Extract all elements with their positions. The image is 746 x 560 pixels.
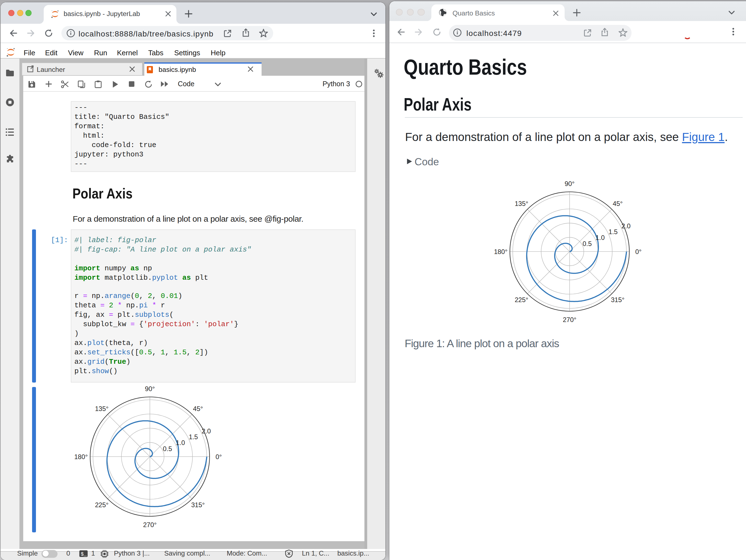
svg-text:1.0: 1.0 [595, 234, 604, 242]
svg-text:1.0: 1.0 [176, 439, 185, 447]
svg-text:1.5: 1.5 [608, 228, 618, 236]
svg-text:135°: 135° [515, 200, 528, 207]
svg-text:270°: 270° [563, 316, 576, 323]
svg-text:45°: 45° [612, 200, 623, 207]
svg-text:180°: 180° [74, 453, 88, 461]
svg-text:315°: 315° [611, 296, 624, 303]
svg-text:90°: 90° [145, 385, 155, 392]
svg-text:315°: 315° [191, 501, 205, 509]
svg-text:0.5: 0.5 [163, 445, 172, 452]
svg-text:2.0: 2.0 [621, 222, 630, 230]
svg-text:0°: 0° [216, 453, 222, 461]
svg-text:270°: 270° [143, 521, 156, 529]
svg-text:1.5: 1.5 [189, 434, 198, 441]
svg-text:$_: $_ [81, 552, 87, 557]
svg-text:180°: 180° [494, 248, 507, 256]
svg-text:0.5: 0.5 [582, 240, 592, 247]
svg-text:90°: 90° [564, 180, 574, 187]
svg-text:225°: 225° [95, 501, 108, 509]
svg-text:135°: 135° [95, 405, 108, 412]
svg-text:0°: 0° [635, 248, 641, 256]
svg-text:2.0: 2.0 [202, 427, 211, 435]
svg-text:225°: 225° [515, 296, 528, 303]
svg-text:45°: 45° [193, 405, 203, 412]
